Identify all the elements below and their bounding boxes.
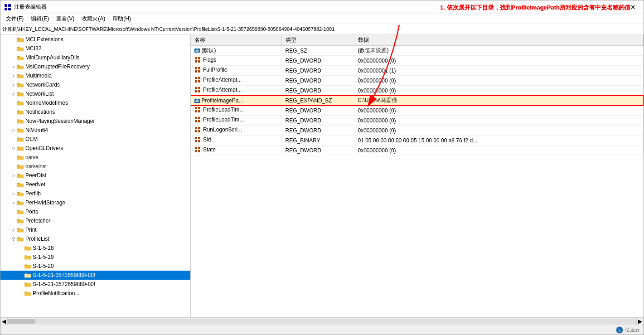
cell-name-2: FullProfile [191,66,281,76]
tree-item-notifications[interactable]: Notifications [0,107,190,117]
address-bar: 计算机\HKEY_LOCAL_MACHINE\SOFTWARE\Microsof… [0,24,644,35]
maximize-button[interactable]: □ [612,3,625,12]
svg-rect-36 [195,147,197,149]
folder-icon [17,236,24,242]
table-row[interactable]: RunLogonScri...REG_DWORD0x00000000 (0) [191,126,644,136]
tree-item-multimedia[interactable]: ▷ Multimedia [0,71,190,80]
folder-icon [17,45,24,52]
cell-type-9: REG_BINARY [281,136,354,146]
cell-data-3: 0x00000000 (0) [354,76,644,86]
tree-item-print[interactable]: ▷ Print [0,225,190,234]
svg-rect-3 [8,8,11,10]
folder-icon [24,245,31,251]
tree-item-osrss[interactable]: osrss [0,153,190,162]
tree-item-nowplaying[interactable]: NowPlayingSessionManager [0,117,190,126]
svg-rect-27 [198,120,200,122]
tree-item-s-1-5-20[interactable]: S-1-5-20 [0,262,190,271]
table-row[interactable]: ProfileLoadTim...REG_DWORD0x00000000 (0) [191,106,644,116]
folder-icon [17,199,24,206]
title-bar-left: 注册表编辑器 [4,3,47,11]
folder-icon [17,227,24,233]
main-content: 1. 依次展开以下目录，找到ProfileImagePath所对应的含有中文名称… [0,35,644,317]
scroll-left-btn[interactable]: ◀ [0,318,8,325]
tree-item-networkcards[interactable]: ▷ NetworkCards [0,80,190,89]
tree-item-minidump[interactable]: MiniDumpAuxiliaryDlls [0,53,190,62]
tree-item-prefetcher[interactable]: Prefetcher [0,216,190,225]
folder-icon [17,82,24,88]
menu-edit[interactable]: 编辑(E) [27,14,53,24]
svg-rect-21 [198,107,200,109]
tree-item-profilenotification[interactable]: ProfileNotification... [0,289,190,298]
tree-item-perflib[interactable]: ▷ Perflib [0,189,190,198]
tree-item-oem[interactable]: OEM [0,135,190,144]
tree-item-ntvdm64[interactable]: ▷ NtVdm64 [0,126,190,135]
scroll-right-btn[interactable]: ▶ [636,318,644,325]
tree-item-profilelist[interactable]: ▽ ProfileList [0,234,190,243]
address-text[interactable]: 计算机\HKEY_LOCAL_MACHINE\SOFTWARE\Microsof… [2,26,642,33]
tree-item-ports[interactable]: Ports [0,207,190,216]
cell-data-2: 0x00000001 (1) [354,66,644,76]
tree-item-peerdist[interactable]: ▷ PeerDist [0,171,190,180]
cell-name-6: ProfileLoadTim... [191,106,281,116]
table-row[interactable]: ProfileLoadTim...REG_DWORD0x00000000 (0) [191,116,644,126]
tree-item-s-1-5-19[interactable]: S-1-5-19 [0,252,190,262]
menu-view[interactable]: 查看(V) [53,14,78,24]
cell-data-6: 0x00000000 (0) [354,106,644,116]
tree-item-s-1-5-21-2[interactable]: S-1-5-21-3572659880-80! [0,280,190,289]
tree-item-mci-extensions[interactable]: MCI Extensions [0,35,190,44]
table-row[interactable]: StateREG_DWORD0x00000000 (0) [191,146,644,155]
cell-name-10: State [191,146,281,155]
tree-item-opengl[interactable]: ▷ OpenGLDrivers [0,144,190,153]
table-row[interactable]: ProfileAttempt...REG_DWORD0x00000000 (0) [191,86,644,96]
tree-item-perhwid[interactable]: ▷ PerHwIdStorage [0,198,190,207]
cell-name-1: Flags [191,56,281,66]
registry-icon [4,4,11,11]
svg-rect-29 [198,127,200,129]
cell-type-3: REG_DWORD [281,76,354,86]
tree-item-s-1-5-18[interactable]: S-1-5-18 [0,243,190,252]
svg-rect-2 [5,8,7,10]
table-row[interactable]: ab ProfileImagePa...REG_EXPAND_SZC:\User… [191,96,644,106]
close-button[interactable]: ✕ [626,3,640,12]
svg-rect-33 [198,137,200,139]
tree-label: MCI Extensions [25,36,63,43]
right-panel: 1. 依次展开以下目录，找到ProfileImagePath所对应的含有中文名称… [191,35,644,317]
tree-item-s-1-5-21-selected[interactable]: S-1-5-21-3572659880-80! [0,271,190,280]
tree-item-networklist[interactable]: ▷ NetworkList [0,89,190,98]
table-row[interactable]: SidREG_BINARY01 05 00 00 00 00 00 05 15 … [191,136,644,146]
cell-name-5: ab ProfileImagePa... [191,96,281,106]
cell-data-10: 0x00000000 (0) [354,146,644,155]
bottom-scrollbar[interactable]: ◀ ▶ [0,317,644,325]
cell-data-4: 0x00000000 (0) [354,86,644,96]
menu-bar: 文件(F) 编辑(E) 查看(V) 收藏夹(A) 帮助(H) [0,14,644,24]
registry-table[interactable]: 名称 类型 数据 ab (默认)REG_SZ(数值未设置)FlagsREG_DW… [191,35,644,317]
svg-rect-34 [195,140,197,142]
svg-rect-35 [198,140,200,142]
table-row[interactable]: ab (默认)REG_SZ(数值未设置) [191,46,644,56]
table-row[interactable]: FlagsREG_DWORD0x00000000 (0) [191,56,644,66]
menu-help[interactable]: 帮助(H) [109,14,135,24]
status-bar: 云 亿速云 [0,325,644,335]
folder-icon [17,172,24,179]
tree-panel[interactable]: MCI Extensions MCI32 [0,35,191,317]
menu-file[interactable]: 文件(F) [2,14,27,24]
tree-item-peernet[interactable]: PeerNet [0,180,190,189]
menu-favorites[interactable]: 收藏夹(A) [78,14,109,24]
watermark: 云 亿速云 [616,326,640,334]
scroll-thumb[interactable] [8,319,35,324]
tree-item-osrssinst[interactable]: osrssinst [0,162,190,171]
watermark-icon: 云 [616,326,623,334]
minimize-button[interactable]: ─ [597,3,611,12]
tree-item-mci32[interactable]: MCI32 [0,44,190,53]
svg-rect-26 [195,120,197,122]
tree-item-noimemodel[interactable]: NoImeModelImes [0,98,190,107]
scroll-track[interactable] [8,319,636,324]
cell-data-1: 0x00000000 (0) [354,56,644,66]
svg-rect-37 [198,147,200,149]
folder-icon [17,73,24,79]
table-row[interactable]: ProfileAttempt...REG_DWORD0x00000000 (0) [191,76,644,86]
title-bar-controls: ─ □ ✕ [597,3,640,12]
tree-item-msicorrupted[interactable]: ▷ MsiCorruptedFileRecovery [0,62,190,71]
svg-rect-20 [195,107,197,109]
table-row[interactable]: FullProfileREG_DWORD0x00000001 (1) [191,66,644,76]
